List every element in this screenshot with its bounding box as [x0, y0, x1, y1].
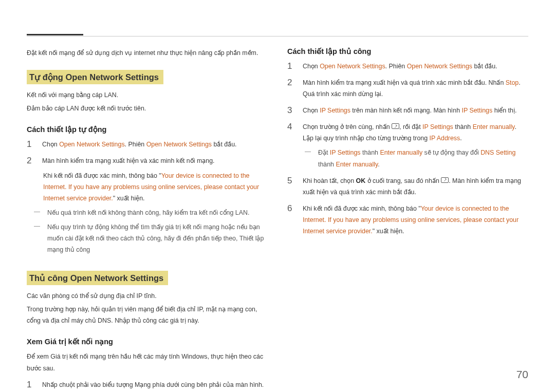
auto-para-1: Kết nối với mạng bằng cáp LAN. — [27, 89, 268, 101]
auto-step-1: 1 Chọn Open Network Settings. Phiên Open… — [27, 139, 268, 150]
step-text: Chọn Open Network Settings. Phiên Open N… — [303, 61, 528, 72]
intro-paragraph: Đặt kết nối mạng để sử dụng dịch vụ inte… — [27, 47, 268, 59]
step-text: Chọn IP Settings trên màn hình kết nối m… — [303, 105, 528, 116]
step-text: Chọn Open Network Settings. Phiên Open N… — [42, 139, 268, 150]
step-number: 5 — [287, 175, 295, 186]
step-text: Khi kết nối đã được xác minh, thông báo … — [303, 203, 528, 237]
subheading-view-values: Xem Giá trị kết nối nạng — [27, 338, 268, 346]
auto-dash-1: ― Nếu quá trình kết nối không thành công… — [27, 207, 268, 218]
dash-icon: ― — [305, 147, 313, 155]
manual-step-4: 4 Chọn trường ở trên cùng, nhấn , rồi đặ… — [287, 121, 528, 144]
two-column-layout: Đặt kết nối mạng để sử dụng dịch vụ inte… — [27, 47, 528, 392]
step-text: Nhấp chuột phải vào biểu tượng Mạng phía… — [42, 379, 268, 390]
dash-text: Nếu quy trình tự động không thể tìm thấy… — [47, 221, 268, 255]
dash-text: Nếu quá trình kết nối không thành công, … — [47, 207, 268, 218]
header-divider — [27, 36, 528, 36]
auto-dash-2: ― Nếu quy trình tự động không thể tìm th… — [27, 221, 268, 255]
dash-text: Đặt IP Settings thành Enter manually sẽ … — [318, 147, 528, 170]
subheading-auto-setup: Cách thiết lập tự động — [27, 125, 268, 134]
dash-icon: ― — [34, 207, 42, 215]
auto-step-2: 2 Màn hình kiểm tra mạng xuất hiện và xá… — [27, 155, 268, 166]
auto-para-2: Đảm bảo cáp LAN được kết nối trước tiên. — [27, 103, 268, 114]
manual-step-2: 2 Màn hình kiểm tra mạng xuất hiện và qu… — [287, 77, 528, 100]
step-text: Chọn trường ở trên cùng, nhấn , rồi đặt … — [303, 121, 528, 144]
step-number: 3 — [287, 105, 295, 116]
view-values-intro: Để xem Giá trị kết nối mạng trên hầu hết… — [27, 351, 268, 374]
subheading-manual-setup: Cách thiết lập thủ công — [287, 47, 528, 55]
enter-key-icon — [392, 123, 399, 129]
step-number: 6 — [287, 203, 295, 214]
section-auto: Tự động Open Network Settings — [27, 70, 268, 84]
step-number: 1 — [27, 139, 35, 150]
document-page: Đặt kết nối mạng để sử dụng dịch vụ inte… — [0, 0, 555, 392]
section-title-auto: Tự động Open Network Settings — [27, 70, 163, 84]
section-title-manual: Thủ công Open Network Settings — [27, 271, 168, 285]
step-number: 2 — [287, 77, 295, 88]
left-column: Đặt kết nối mạng để sử dụng dịch vụ inte… — [27, 47, 268, 392]
step-number: 1 — [287, 61, 295, 71]
step-text: Màn hình kiểm tra mạng xuất hiện và quá … — [303, 77, 528, 100]
step-text: Màn hình kiểm tra mạng xuất hiện và xác … — [42, 155, 268, 166]
step-number: 4 — [287, 121, 295, 132]
manual-para-1: Các văn phòng có thể sử dụng địa chỉ IP … — [27, 290, 268, 302]
manual-para-2: Trong trường hợp này, hỏi quản trị viên … — [27, 304, 268, 326]
manual-step-4-note: ― Đặt IP Settings thành Enter manually s… — [287, 147, 528, 170]
dash-icon: ― — [34, 221, 42, 229]
view-step-1: 1 Nhấp chuột phải vào biểu tượng Mạng ph… — [27, 379, 268, 390]
section-manual: Thủ công Open Network Settings — [27, 271, 268, 285]
auto-step-2-note: Khi kết nối đã được xác minh, thông báo … — [27, 170, 268, 204]
right-column: Cách thiết lập thủ công 1 Chọn Open Netw… — [287, 47, 528, 392]
step-text: Khi hoàn tất, chọn OK ở cuối trang, sau … — [303, 175, 528, 198]
step-number: 2 — [27, 155, 35, 166]
step-number: 1 — [27, 379, 35, 390]
header-accent-bar — [27, 34, 83, 35]
enter-key-icon — [441, 177, 449, 183]
page-number: 70 — [516, 368, 528, 381]
manual-step-1: 1 Chọn Open Network Settings. Phiên Open… — [287, 61, 528, 72]
manual-step-6: 6 Khi kết nối đã được xác minh, thông bá… — [287, 203, 528, 237]
manual-step-3: 3 Chọn IP Settings trên màn hình kết nối… — [287, 105, 528, 116]
manual-step-5: 5 Khi hoàn tất, chọn OK ở cuối trang, sa… — [287, 175, 528, 198]
